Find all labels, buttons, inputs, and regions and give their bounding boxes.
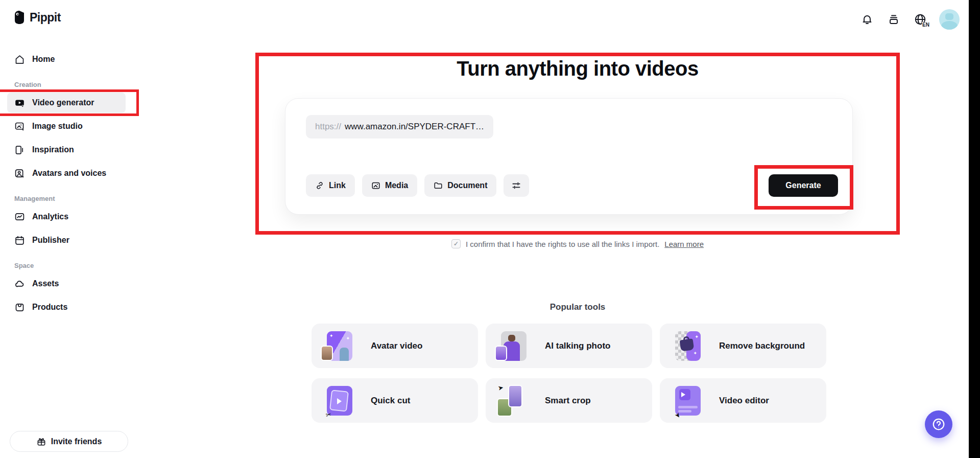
sidebar-item-label: Video generator: [32, 98, 94, 107]
video-editor-thumbnail: ➤: [671, 385, 702, 417]
help-button[interactable]: [925, 410, 952, 438]
assets-cloud-icon: [14, 279, 25, 289]
analytics-icon: [14, 212, 25, 222]
link-icon: [315, 181, 324, 190]
home-icon: [14, 54, 25, 65]
invite-friends-button[interactable]: Invite friends: [10, 431, 128, 452]
tool-label: Avatar video: [371, 341, 422, 351]
sidebar: Pippit Home Creation Video generator Ima…: [0, 0, 133, 458]
avatar-silhouette: [945, 13, 953, 20]
right-edge-bar: [969, 0, 980, 458]
header-actions: EN: [859, 9, 960, 30]
question-icon: [931, 417, 946, 432]
media-button-label: Media: [385, 181, 408, 190]
generate-button[interactable]: Generate: [769, 174, 838, 197]
sidebar-item-publisher[interactable]: Publisher: [7, 230, 126, 250]
stack-icon: [888, 13, 900, 26]
tool-card-smart-crop[interactable]: ➤ Smart crop: [486, 378, 652, 423]
tool-card-remove-background[interactable]: ✦✦ Remove background: [660, 324, 826, 368]
tool-label: Remove background: [719, 341, 805, 351]
pippit-logo-icon: [13, 10, 26, 25]
media-icon: [371, 181, 380, 190]
sliders-icon: [511, 180, 521, 191]
ai-talking-photo-thumbnail: [497, 330, 528, 362]
consent-text: I confirm that I have the rights to use …: [466, 240, 659, 248]
sidebar-item-assets[interactable]: Assets: [7, 273, 126, 294]
link-button-label: Link: [329, 181, 346, 190]
document-folder-icon: [434, 181, 443, 190]
sidebar-item-label: Products: [32, 303, 67, 312]
sidebar-item-video-generator[interactable]: Video generator: [7, 93, 126, 113]
tool-card-avatar-video[interactable]: ✦✦ Avatar video: [312, 324, 478, 368]
notifications-button[interactable]: [859, 12, 875, 27]
sidebar-item-home[interactable]: Home: [7, 49, 126, 70]
inspiration-icon: [14, 145, 25, 155]
bell-icon: [861, 13, 873, 26]
popular-tools-grid: ✦✦ Avatar video AI talking photo ✦✦ Remo…: [312, 324, 827, 423]
learn-more-link[interactable]: Learn more: [664, 240, 704, 248]
smart-crop-thumbnail: ➤: [497, 385, 528, 417]
sidebar-section-creation: Creation: [14, 81, 118, 88]
sidebar-item-label: Home: [32, 55, 55, 64]
tool-label: Smart crop: [545, 396, 591, 406]
url-token[interactable]: https:// www.amazon.in/SPYDER-CRAFT…: [306, 115, 493, 139]
popular-tools-title: Popular tools: [255, 302, 900, 312]
sidebar-item-label: Publisher: [32, 236, 69, 245]
image-studio-icon: [14, 121, 25, 132]
tool-card-quick-cut[interactable]: ✂ Quick cut: [312, 378, 478, 423]
account-avatar[interactable]: [939, 9, 960, 30]
invite-friends-label: Invite friends: [51, 437, 102, 446]
quick-cut-thumbnail: ✂: [323, 385, 353, 417]
gift-icon: [36, 437, 46, 447]
sidebar-item-image-studio[interactable]: Image studio: [7, 116, 126, 136]
document-button[interactable]: Document: [424, 174, 496, 197]
tool-card-ai-talking-photo[interactable]: AI talking photo: [486, 324, 652, 368]
tool-label: AI talking photo: [545, 341, 610, 351]
video-generator-icon: [14, 98, 25, 108]
sidebar-item-avatars-and-voices[interactable]: Avatars and voices: [7, 163, 126, 184]
settings-button[interactable]: [504, 174, 529, 197]
remove-background-thumbnail: ✦✦: [671, 330, 702, 362]
url-prefix: https://: [315, 122, 341, 132]
consent-row: ✓ I confirm that I have the rights to us…: [255, 239, 900, 248]
page-title: Turn anything into videos: [255, 57, 900, 80]
tool-card-video-editor[interactable]: ➤ Video editor: [660, 378, 826, 423]
products-bag-icon: [14, 302, 25, 313]
sidebar-item-label: Avatars and voices: [32, 169, 106, 178]
sidebar-section-management: Management: [14, 195, 118, 202]
sidebar-section-space: Space: [14, 262, 118, 269]
import-input-card[interactable]: https:// www.amazon.in/SPYDER-CRAFT… Lin…: [285, 98, 853, 215]
document-button-label: Document: [447, 181, 487, 190]
avatars-icon: [14, 168, 25, 179]
sidebar-item-inspiration[interactable]: Inspiration: [7, 140, 126, 160]
media-button[interactable]: Media: [362, 174, 417, 197]
tool-label: Video editor: [719, 396, 769, 406]
sidebar-nav: Home Creation Video generator Image stud…: [0, 46, 133, 320]
language-button[interactable]: EN: [913, 12, 928, 27]
brand-name: Pippit: [30, 11, 61, 25]
avatar-video-thumbnail: ✦✦: [323, 330, 353, 362]
sidebar-item-label: Inspiration: [32, 145, 74, 154]
url-value: www.amazon.in/SPYDER-CRAFT…: [345, 122, 484, 132]
tool-label: Quick cut: [371, 396, 410, 406]
input-toolbar: Link Media Document Generate: [306, 174, 838, 197]
sidebar-item-analytics[interactable]: Analytics: [7, 207, 126, 227]
language-code: EN: [922, 22, 930, 28]
publisher-icon: [14, 235, 25, 246]
sidebar-item-label: Analytics: [32, 212, 68, 221]
link-button[interactable]: Link: [306, 174, 355, 197]
workspace-button[interactable]: [886, 12, 901, 27]
sidebar-item-label: Assets: [32, 279, 59, 288]
sidebar-item-products[interactable]: Products: [7, 297, 126, 317]
sidebar-item-label: Image studio: [32, 122, 83, 131]
consent-checkbox[interactable]: ✓: [451, 239, 461, 248]
pippit-logo[interactable]: Pippit: [13, 10, 61, 25]
